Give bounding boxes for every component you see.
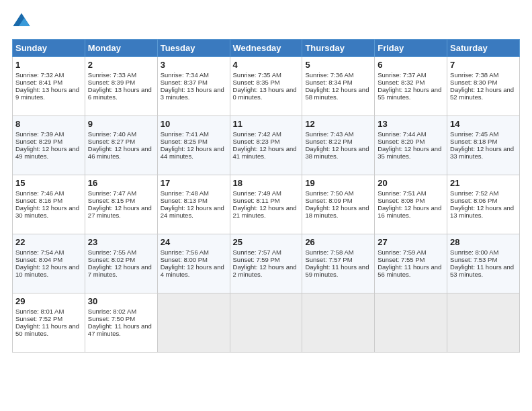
day-number: 1 xyxy=(15,60,82,70)
day-number: 21 xyxy=(450,178,517,188)
header-cell-sunday: Sunday xyxy=(13,40,85,57)
sunrise-text: Sunrise: 7:33 AM xyxy=(88,71,136,79)
sunrise-text: Sunrise: 7:54 AM xyxy=(15,248,64,256)
week-row-5: 29 Sunrise: 8:01 AM Sunset: 7:52 PM Dayl… xyxy=(13,293,520,353)
daylight-text: Daylight: 12 hours and 35 minutes. xyxy=(378,145,441,160)
week-row-2: 8 Sunrise: 7:39 AM Sunset: 8:29 PM Dayli… xyxy=(13,116,520,175)
sunrise-text: Sunrise: 7:39 AM xyxy=(15,130,64,138)
sunrise-text: Sunrise: 7:34 AM xyxy=(161,71,209,79)
day-number: 28 xyxy=(450,237,517,247)
sunset-text: Sunset: 8:35 PM xyxy=(233,79,280,86)
day-number: 7 xyxy=(450,60,517,70)
page-container: SundayMondayTuesdayWednesdayThursdayFrid… xyxy=(0,0,532,359)
daylight-text: Daylight: 13 hours and 0 minutes. xyxy=(233,86,297,101)
daylight-text: Daylight: 13 hours and 9 minutes. xyxy=(15,86,79,101)
sunrise-text: Sunrise: 8:02 AM xyxy=(88,308,136,315)
sunrise-text: Sunrise: 7:48 AM xyxy=(161,189,209,197)
calendar-cell: 20 Sunrise: 7:51 AM Sunset: 8:08 PM Dayl… xyxy=(375,175,447,234)
sunrise-text: Sunrise: 7:42 AM xyxy=(233,130,281,138)
sunset-text: Sunset: 8:15 PM xyxy=(88,197,135,204)
daylight-text: Daylight: 11 hours and 56 minutes. xyxy=(378,263,441,278)
daylight-text: Daylight: 12 hours and 41 minutes. xyxy=(233,145,297,160)
sunset-text: Sunset: 8:20 PM xyxy=(378,138,425,145)
daylight-text: Daylight: 12 hours and 49 minutes. xyxy=(15,145,79,160)
day-number: 17 xyxy=(161,178,227,188)
calendar-cell: 2 Sunrise: 7:33 AM Sunset: 8:39 PM Dayli… xyxy=(85,57,157,116)
logo xyxy=(12,12,34,31)
sunset-text: Sunset: 8:29 PM xyxy=(15,138,62,145)
sunrise-text: Sunrise: 7:55 AM xyxy=(88,248,136,256)
daylight-text: Daylight: 12 hours and 16 minutes. xyxy=(378,204,441,219)
calendar-cell: 4 Sunrise: 7:35 AM Sunset: 8:35 PM Dayli… xyxy=(230,57,302,116)
sunset-text: Sunset: 7:59 PM xyxy=(233,256,280,263)
header-cell-saturday: Saturday xyxy=(447,40,520,57)
week-row-1: 1 Sunrise: 7:32 AM Sunset: 8:41 PM Dayli… xyxy=(13,57,520,116)
day-number: 26 xyxy=(305,237,371,247)
sunset-text: Sunset: 7:52 PM xyxy=(15,315,62,322)
day-number: 14 xyxy=(450,119,517,129)
calendar-cell: 21 Sunrise: 7:52 AM Sunset: 8:06 PM Dayl… xyxy=(447,175,520,234)
calendar-cell: 11 Sunrise: 7:42 AM Sunset: 8:23 PM Dayl… xyxy=(230,116,302,175)
sunset-text: Sunset: 7:53 PM xyxy=(450,256,497,263)
sunrise-text: Sunrise: 7:59 AM xyxy=(378,248,426,256)
sunset-text: Sunset: 8:37 PM xyxy=(161,79,208,86)
sunrise-text: Sunrise: 7:45 AM xyxy=(450,130,498,138)
daylight-text: Daylight: 11 hours and 50 minutes. xyxy=(15,322,79,337)
day-number: 5 xyxy=(305,60,371,70)
daylight-text: Daylight: 11 hours and 53 minutes. xyxy=(450,263,514,278)
calendar-cell: 14 Sunrise: 7:45 AM Sunset: 8:18 PM Dayl… xyxy=(447,116,520,175)
sunrise-text: Sunrise: 7:49 AM xyxy=(233,189,281,197)
header-cell-monday: Monday xyxy=(85,40,157,57)
sunset-text: Sunset: 8:41 PM xyxy=(15,79,62,86)
calendar-body: 1 Sunrise: 7:32 AM Sunset: 8:41 PM Dayli… xyxy=(13,57,520,353)
daylight-text: Daylight: 12 hours and 7 minutes. xyxy=(88,263,152,278)
daylight-text: Daylight: 12 hours and 10 minutes. xyxy=(15,263,79,278)
calendar-cell: 3 Sunrise: 7:34 AM Sunset: 8:37 PM Dayli… xyxy=(157,57,230,116)
sunset-text: Sunset: 8:16 PM xyxy=(15,197,62,204)
sunrise-text: Sunrise: 7:37 AM xyxy=(378,71,426,79)
calendar-cell: 29 Sunrise: 8:01 AM Sunset: 7:52 PM Dayl… xyxy=(13,293,85,353)
calendar-cell: 30 Sunrise: 8:02 AM Sunset: 7:50 PM Dayl… xyxy=(85,293,157,353)
sunrise-text: Sunrise: 7:32 AM xyxy=(15,71,64,79)
sunset-text: Sunset: 8:39 PM xyxy=(88,79,135,86)
day-number: 20 xyxy=(378,178,444,188)
header-row: SundayMondayTuesdayWednesdayThursdayFrid… xyxy=(13,40,520,57)
calendar-cell: 15 Sunrise: 7:46 AM Sunset: 8:16 PM Dayl… xyxy=(13,175,85,234)
daylight-text: Daylight: 11 hours and 47 minutes. xyxy=(88,322,152,337)
day-number: 18 xyxy=(233,178,300,188)
week-row-4: 22 Sunrise: 7:54 AM Sunset: 8:04 PM Dayl… xyxy=(13,234,520,293)
day-number: 11 xyxy=(233,119,300,129)
calendar-cell: 27 Sunrise: 7:59 AM Sunset: 7:55 PM Dayl… xyxy=(375,234,447,293)
calendar-cell: 1 Sunrise: 7:32 AM Sunset: 8:41 PM Dayli… xyxy=(13,57,85,116)
day-number: 19 xyxy=(305,178,371,188)
calendar-cell: 18 Sunrise: 7:49 AM Sunset: 8:11 PM Dayl… xyxy=(230,175,302,234)
day-number: 23 xyxy=(88,237,154,247)
calendar-cell xyxy=(375,293,447,353)
calendar-cell: 6 Sunrise: 7:37 AM Sunset: 8:32 PM Dayli… xyxy=(375,57,447,116)
day-number: 13 xyxy=(378,119,444,129)
sunset-text: Sunset: 8:09 PM xyxy=(305,197,352,204)
sunrise-text: Sunrise: 7:50 AM xyxy=(305,189,353,197)
daylight-text: Daylight: 12 hours and 38 minutes. xyxy=(305,145,369,160)
sunset-text: Sunset: 7:57 PM xyxy=(305,256,352,263)
day-number: 16 xyxy=(88,178,154,188)
sunrise-text: Sunrise: 7:35 AM xyxy=(233,71,281,79)
daylight-text: Daylight: 12 hours and 21 minutes. xyxy=(233,204,297,219)
calendar-cell: 25 Sunrise: 7:57 AM Sunset: 7:59 PM Dayl… xyxy=(230,234,302,293)
sunrise-text: Sunrise: 8:00 AM xyxy=(450,248,498,256)
day-number: 29 xyxy=(15,296,82,306)
sunset-text: Sunset: 7:50 PM xyxy=(88,315,135,322)
sunrise-text: Sunrise: 7:58 AM xyxy=(305,248,353,256)
header xyxy=(12,12,520,31)
calendar-cell: 19 Sunrise: 7:50 AM Sunset: 8:09 PM Dayl… xyxy=(302,175,375,234)
sunset-text: Sunset: 8:18 PM xyxy=(450,138,497,145)
day-number: 12 xyxy=(305,119,371,129)
sunset-text: Sunset: 8:32 PM xyxy=(378,79,425,86)
sunrise-text: Sunrise: 7:52 AM xyxy=(450,189,498,197)
daylight-text: Daylight: 12 hours and 52 minutes. xyxy=(450,86,514,101)
sunrise-text: Sunrise: 7:40 AM xyxy=(88,130,136,138)
calendar-cell: 9 Sunrise: 7:40 AM Sunset: 8:27 PM Dayli… xyxy=(85,116,157,175)
day-number: 6 xyxy=(378,60,444,70)
calendar-cell: 7 Sunrise: 7:38 AM Sunset: 8:30 PM Dayli… xyxy=(447,57,520,116)
daylight-text: Daylight: 13 hours and 6 minutes. xyxy=(88,86,152,101)
